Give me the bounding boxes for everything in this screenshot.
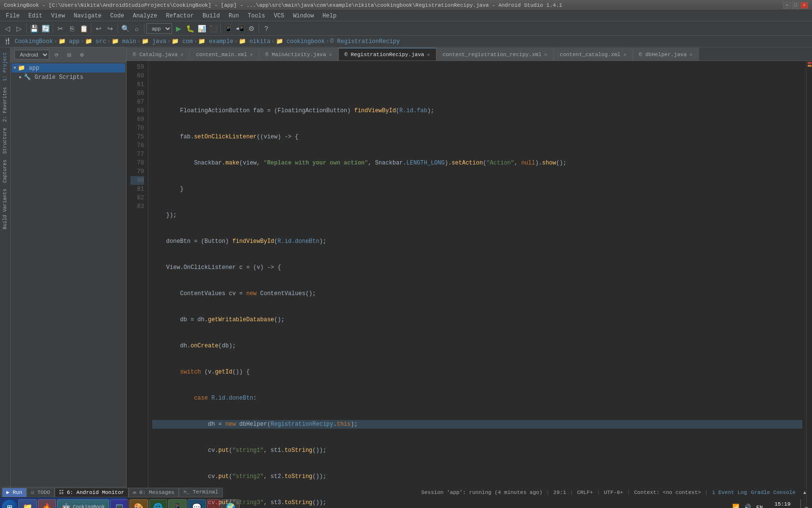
bc-example[interactable]: 📁 example <box>198 38 233 45</box>
bottom-tab-messages[interactable]: ✉ 0: Messages <box>129 488 179 497</box>
menu-refactor[interactable]: Refactor <box>162 12 198 20</box>
tab-registrationrecipy-java[interactable]: © RegistrationRecipy.java ✕ <box>338 48 436 60</box>
show-desktop-btn[interactable]: ▭ <box>800 499 810 508</box>
menu-analyze[interactable]: Analyze <box>129 12 161 20</box>
bc-com[interactable]: 📁 com <box>172 38 193 45</box>
tab-close-content-main[interactable]: ✕ <box>250 52 253 58</box>
taskbar-firefox[interactable]: 🔥 <box>38 499 56 508</box>
bc-src[interactable]: 📁 src <box>85 38 106 45</box>
taskbar-blender[interactable]: 🎨 <box>130 499 148 508</box>
toolbar-search-everywhere[interactable]: 🔍 <box>120 23 130 34</box>
tab-dbhelper-java[interactable]: © dbHelper.java ✕ <box>633 48 699 60</box>
tab-close-catalog[interactable]: ✕ <box>180 52 183 58</box>
debug-button[interactable]: 🐛 <box>185 23 195 34</box>
status-expand-btn[interactable]: ▲ <box>799 487 810 498</box>
tab-close-registrationrecipy[interactable]: ✕ <box>427 52 430 58</box>
editor-scroll[interactable]: 59 60 61 66 67 68 69 70 75 76 77 78 79 8… <box>127 61 806 508</box>
toolbar-sync[interactable]: 🔄 <box>40 23 51 34</box>
menu-file[interactable]: File <box>2 12 24 20</box>
taskbar-skype[interactable]: 💬 <box>188 499 206 508</box>
lv-tab-structure[interactable]: Structure <box>1 125 9 157</box>
window-controls[interactable]: ─ □ ✕ <box>783 2 808 9</box>
taskbar-java[interactable]: ☕ <box>207 499 220 508</box>
menu-bar: File Edit View Navigate Code Analyze Ref… <box>0 11 812 21</box>
run-button[interactable]: ▶ <box>173 23 184 34</box>
toolbar-cut[interactable]: ✂ <box>55 23 66 34</box>
project-settings-btn[interactable]: ⚙ <box>76 49 87 60</box>
status-gradle-console[interactable]: Gradle Console <box>751 490 796 495</box>
bc-java[interactable]: 📁 java <box>142 38 166 45</box>
bc-app[interactable]: 📁 app <box>58 38 80 45</box>
toolbar-find[interactable]: ⌕ <box>131 23 142 34</box>
menu-vcs[interactable]: VCS <box>270 12 289 20</box>
minimize-button[interactable]: ─ <box>783 2 791 9</box>
menu-view[interactable]: View <box>47 12 69 20</box>
bc-class[interactable]: © RegistrationRecipy <box>330 38 400 45</box>
tray-volume-icon[interactable]: 🔊 <box>743 499 753 508</box>
menu-code[interactable]: Code <box>106 12 128 20</box>
start-button[interactable]: ⊞ <box>2 500 17 508</box>
taskbar-explorer[interactable]: 📁 <box>18 499 37 508</box>
tab-content-catalog-xml[interactable]: content_catalog.xml ✕ <box>553 48 632 60</box>
taskbar-chrome[interactable]: 🌐 <box>149 499 167 508</box>
help-button[interactable]: ? <box>261 23 272 34</box>
taskbar-androidstudio[interactable]: 🤖 CookingBook <box>57 499 109 508</box>
toolbar-copy[interactable]: ⎘ <box>67 23 77 34</box>
toolbar-undo[interactable]: ↩ <box>93 23 104 34</box>
bottom-tab-android-monitor[interactable]: ☷ 6: Android Monitor <box>55 488 129 497</box>
settings-button[interactable]: ⚙ <box>246 23 257 34</box>
status-event-log[interactable]: 1 Event Log <box>712 490 747 495</box>
project-collapse-btn[interactable]: ⊟ <box>64 49 74 60</box>
tab-close-content-catalog[interactable]: ✕ <box>624 52 626 58</box>
menu-help[interactable]: Help <box>319 12 340 20</box>
menu-build[interactable]: Build <box>199 12 224 20</box>
menu-navigate[interactable]: Navigate <box>70 12 105 20</box>
project-sync-btn[interactable]: ⟳ <box>51 49 62 60</box>
tray-network-icon[interactable]: 📶 <box>731 499 741 508</box>
lv-tab-favorites[interactable]: 2: Favorites <box>1 84 9 125</box>
toolbar-back[interactable]: ◁ <box>2 23 13 34</box>
toolbar-redo[interactable]: ↪ <box>105 23 116 34</box>
tray-language[interactable]: EN <box>754 505 765 508</box>
bc-cookingbook[interactable]: 🍴 CookingBook <box>4 38 53 45</box>
coverage-button[interactable]: 📊 <box>196 23 207 34</box>
toolbar-paste[interactable]: 📋 <box>78 23 89 34</box>
toolbar-save[interactable]: 💾 <box>29 23 39 34</box>
maximize-button[interactable]: □ <box>792 2 799 9</box>
tab-content-registration-xml[interactable]: content_registration_recipy.xml ✕ <box>436 48 554 60</box>
bc-nikita[interactable]: 📁 nikita <box>239 38 270 45</box>
bc-main[interactable]: 📁 main <box>112 38 136 45</box>
tab-content-main-xml[interactable]: content_main.xml ✕ <box>189 48 259 60</box>
taskbar-visualstudio[interactable]: 💻 <box>110 499 129 508</box>
sdk-manager[interactable]: 📱 <box>223 23 233 34</box>
tab-close-mainactivity[interactable]: ✕ <box>329 52 332 58</box>
project-view-select[interactable]: Android <box>14 50 49 60</box>
tab-close-dbhelper[interactable]: ✕ <box>690 52 693 58</box>
run-config-dropdown[interactable]: app <box>146 23 172 34</box>
lv-tab-build-variants[interactable]: Build Variants <box>1 186 9 232</box>
status-sep-2: | <box>570 490 573 495</box>
bottom-tab-todo[interactable]: ☑ TODO <box>27 488 55 497</box>
toolbar-forward[interactable]: ▷ <box>14 23 24 34</box>
toolbar: ◁ ▷ 💾 🔄 ✂ ⎘ 📋 ↩ ↪ 🔍 ⌕ app ▶ 🐛 📊 ⬛ 📱 📲 ⚙ … <box>0 21 812 36</box>
menu-edit[interactable]: Edit <box>25 12 46 20</box>
code-content[interactable]: FloatingActionButton fab = (FloatingActi… <box>148 61 806 508</box>
bottom-tab-run[interactable]: ▶ Run <box>2 488 27 497</box>
avd-manager[interactable]: 📲 <box>234 23 245 34</box>
tab-mainactivity-java[interactable]: © MainActivity.java ✕ <box>259 48 338 60</box>
close-button[interactable]: ✕ <box>800 2 808 9</box>
stop-button[interactable]: ⬛ <box>208 23 218 34</box>
tab-close-content-reg[interactable]: ✕ <box>544 52 547 58</box>
menu-run[interactable]: Run <box>225 12 243 20</box>
bc-cookingbook2[interactable]: 📁 cookingbook <box>276 38 325 45</box>
taskbar-android-device[interactable]: 📱 <box>168 499 187 508</box>
menu-tools[interactable]: Tools <box>244 12 269 20</box>
lv-tab-captures[interactable]: Captures <box>1 157 9 186</box>
lv-tab-project[interactable]: 1: Project <box>1 49 9 84</box>
taskbar-browser[interactable]: 🌍 <box>221 499 240 508</box>
bottom-tab-terminal[interactable]: >_ Terminal <box>179 488 223 497</box>
menu-window[interactable]: Window <box>289 12 318 20</box>
tree-item-gradle[interactable]: ▶ 🔧 Gradle Scripts <box>12 73 125 82</box>
tab-catalog-java[interactable]: © Catalog.java ✕ <box>127 48 189 60</box>
tree-item-app[interactable]: ▼ 📁 app <box>12 63 125 73</box>
